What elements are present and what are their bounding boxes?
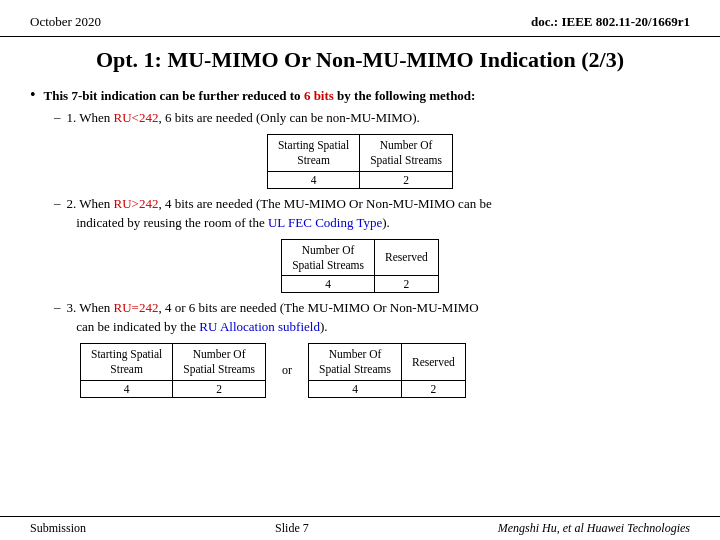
table3a-row1-col1: 4 [81, 381, 173, 398]
table1-row1-col1: 4 [267, 171, 359, 188]
main-bullet: • This 7-bit indication can be further r… [30, 87, 690, 105]
table3a-col1-header: Starting SpatialStream [81, 344, 173, 381]
table-row: 4 2 [267, 171, 452, 188]
table3b-col1-header: Number OfSpatial Streams [309, 344, 402, 381]
blue-ru-alloc: RU Allocation subfield [199, 319, 320, 334]
table-3-row: Starting SpatialStream Number OfSpatial … [80, 343, 690, 398]
bullet-text: This 7-bit indication can be further red… [44, 87, 476, 105]
table1-row1-col2: 2 [360, 171, 453, 188]
table-2-container: Number OfSpatial Streams Reserved 4 2 [30, 239, 690, 294]
table-1: Starting SpatialStream Number OfSpatial … [267, 134, 453, 189]
table-row: 4 2 [81, 381, 266, 398]
table2-col1-header: Number OfSpatial Streams [282, 239, 375, 276]
table-2: Number OfSpatial Streams Reserved 4 2 [281, 239, 439, 294]
table-row: 4 2 [282, 276, 439, 293]
sub-item-3: – 3. When RU=242, 4 or 6 bits are needed… [54, 299, 690, 337]
table3a-row1-col2: 2 [173, 381, 266, 398]
sub-item-2: – 2. When RU>242, 4 bits are needed (The… [54, 195, 690, 233]
table-3b: Number OfSpatial Streams Reserved 4 2 [308, 343, 466, 398]
blue-ul-fec: UL FEC Coding Type [268, 215, 382, 230]
table3b-row1-col1: 4 [309, 381, 402, 398]
table-3a: Starting SpatialStream Number OfSpatial … [80, 343, 266, 398]
red-ru242-eq: RU=242 [114, 300, 159, 315]
dash-1: – [54, 109, 61, 125]
table2-col2-header: Reserved [375, 239, 439, 276]
dash-2: – [54, 195, 61, 211]
or-label: or [272, 363, 302, 378]
bullet-text-post: by the following method: [334, 88, 476, 103]
header: October 2020 doc.: IEEE 802.11-20/1669r1 [0, 0, 720, 37]
table-row: 4 2 [309, 381, 466, 398]
bullet-icon: • [30, 86, 36, 104]
footer-left: Submission [30, 521, 86, 536]
table1-col2-header: Number OfSpatial Streams [360, 135, 453, 172]
page-title: Opt. 1: MU-MIMO Or Non-MU-MIMO Indicatio… [20, 47, 700, 73]
content-area: • This 7-bit indication can be further r… [0, 83, 720, 398]
red-ru242-less: RU<242 [114, 110, 159, 125]
table2-row1-col2: 2 [375, 276, 439, 293]
header-date: October 2020 [30, 14, 101, 30]
table3b-col2-header: Reserved [401, 344, 465, 381]
dash-3: – [54, 299, 61, 315]
sub-item-1: – 1. When RU<242, 6 bits are needed (Onl… [54, 109, 690, 128]
red-ru242-more: RU>242 [114, 196, 159, 211]
bullet-text-pre: This 7-bit indication can be further red… [44, 88, 304, 103]
sub-text-2: 2. When RU>242, 4 bits are needed (The M… [67, 195, 492, 233]
sub-text-1: 1. When RU<242, 6 bits are needed (Only … [67, 109, 420, 128]
footer: Submission Slide 7 Mengshi Hu, et al Hua… [0, 516, 720, 540]
table1-col1-header: Starting SpatialStream [267, 135, 359, 172]
red-bits: 6 bits [304, 88, 334, 103]
footer-right: Mengshi Hu, et al Huawei Technologies [498, 521, 690, 536]
header-doc: doc.: IEEE 802.11-20/1669r1 [531, 14, 690, 30]
table-1-container: Starting SpatialStream Number OfSpatial … [30, 134, 690, 189]
sub-text-3: 3. When RU=242, 4 or 6 bits are needed (… [67, 299, 479, 337]
table3a-col2-header: Number OfSpatial Streams [173, 344, 266, 381]
table2-row1-col1: 4 [282, 276, 375, 293]
table3b-row1-col2: 2 [401, 381, 465, 398]
footer-center: Slide 7 [275, 521, 309, 536]
